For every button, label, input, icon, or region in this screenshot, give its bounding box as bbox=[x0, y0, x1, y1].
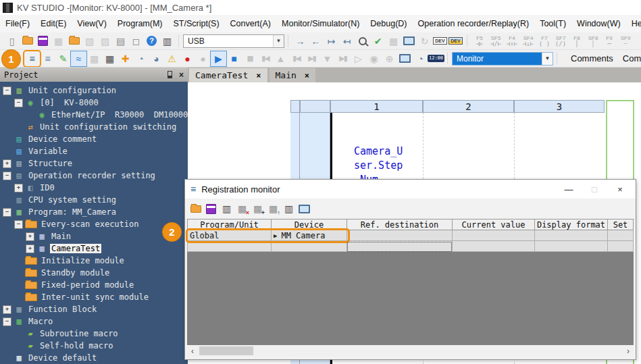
tree-item[interactable]: ▰ Self-hold macro bbox=[0, 340, 188, 352]
expander-icon[interactable]: + bbox=[14, 184, 23, 192]
device-assign-icon[interactable]: ▥ bbox=[281, 201, 297, 216]
save-project-icon[interactable] bbox=[35, 34, 51, 49]
fkey-button[interactable]: F8│ bbox=[569, 35, 585, 47]
expander-icon[interactable]: − bbox=[3, 86, 11, 95]
tree-item[interactable]: − ◉ [0] KV-8000 bbox=[0, 97, 188, 109]
tree-item[interactable]: ▤ Device comment bbox=[0, 133, 188, 145]
help-icon[interactable]: ? bbox=[144, 34, 159, 49]
tree-item[interactable]: ◉ EtherNet/IP R30000 DM10000 bbox=[0, 109, 188, 121]
expander-icon[interactable]: + bbox=[26, 244, 34, 253]
batch-register-icon[interactable]: ▥ bbox=[219, 201, 234, 216]
batch-monitor-icon[interactable]: ≡ bbox=[40, 51, 55, 66]
print-preview-icon[interactable]: ◻ bbox=[128, 34, 144, 49]
menu-item[interactable]: Operation recorder/Replay(R) bbox=[413, 19, 535, 28]
sync-transfer-icon[interactable]: ↻ bbox=[417, 34, 432, 49]
column-header[interactable]: Current value bbox=[453, 219, 535, 230]
record-icon[interactable]: ● bbox=[180, 51, 195, 66]
plc-transfer-icon[interactable]: ▥ bbox=[159, 34, 175, 49]
editor-tab[interactable]: CameraTest × bbox=[189, 68, 267, 82]
open-registration-icon[interactable] bbox=[188, 201, 203, 216]
transfer-to-plc-icon[interactable]: → bbox=[292, 34, 308, 49]
expander-icon[interactable]: − bbox=[14, 99, 23, 107]
tree-item[interactable]: − ▤ Operation recorder setting bbox=[0, 170, 188, 182]
open-project-icon[interactable] bbox=[20, 34, 35, 49]
tree-item[interactable]: + ◧ ID0 bbox=[0, 182, 188, 194]
tree-item[interactable]: Fixed-period module bbox=[0, 279, 188, 291]
delete-program-icon[interactable]: ▨ bbox=[97, 34, 113, 49]
menu-item[interactable]: File(F) bbox=[0, 19, 35, 28]
display-format-cell[interactable] bbox=[535, 241, 608, 252]
tree-item[interactable]: Initialize module bbox=[0, 255, 188, 267]
monitor-login-icon[interactable]: ↦ bbox=[324, 34, 339, 49]
fkey-button[interactable]: F4⊣↑⊢ bbox=[504, 35, 520, 47]
expander-icon[interactable]: − bbox=[3, 317, 11, 326]
device-cell[interactable] bbox=[272, 241, 347, 252]
column-header[interactable]: Program/Unit bbox=[187, 219, 272, 230]
fkey-button[interactable]: SF5⊣/⊢ bbox=[488, 35, 504, 47]
fkey-button[interactable]: SF7(/) bbox=[553, 35, 569, 47]
verify-program-icon[interactable]: ✔ bbox=[370, 34, 386, 49]
ref-destination-cell[interactable] bbox=[347, 241, 453, 252]
fkey-button[interactable]: SF8┆ bbox=[585, 35, 601, 47]
menu-item[interactable]: Tool(T) bbox=[534, 19, 571, 28]
registration-monitor-icon[interactable]: ≡ bbox=[24, 51, 40, 66]
column-header[interactable]: Device bbox=[272, 219, 347, 230]
pause-icon[interactable]: ▮▮ bbox=[242, 51, 257, 66]
save-registration-icon[interactable] bbox=[203, 201, 219, 216]
unit-monitor-icon[interactable]: ▦ bbox=[102, 51, 118, 66]
expander-icon[interactable]: + bbox=[3, 305, 11, 314]
jump-icon[interactable]: ◉ bbox=[366, 51, 382, 66]
display-monitor-icon[interactable] bbox=[397, 51, 413, 66]
menu-item[interactable]: Debug(D) bbox=[365, 19, 412, 28]
tree-item[interactable]: − ▥ Unit configuration bbox=[0, 84, 188, 97]
maximize-button[interactable]: □ bbox=[584, 184, 605, 194]
replay-setting-icon[interactable]: ◕ bbox=[149, 51, 164, 66]
pin-icon[interactable] bbox=[168, 71, 172, 78]
current-value-cell[interactable] bbox=[453, 230, 535, 241]
set-cell[interactable] bbox=[608, 230, 634, 241]
tree-item[interactable]: − ▦ Program: MM_Camera bbox=[0, 206, 188, 218]
scroll-right-icon[interactable]: › bbox=[623, 346, 634, 356]
comments-label[interactable]: Comments bbox=[571, 53, 613, 63]
simulator-icon[interactable]: ▦ bbox=[386, 34, 401, 49]
chevron-down-icon[interactable]: ▼ bbox=[542, 53, 553, 65]
chevron-down-icon[interactable]: ▼ bbox=[273, 35, 284, 47]
display-format-cell[interactable] bbox=[535, 230, 608, 241]
expander-icon[interactable]: + bbox=[26, 232, 34, 241]
menu-item[interactable]: Convert(A) bbox=[225, 19, 276, 28]
reload-project-icon[interactable] bbox=[66, 34, 82, 49]
find-ladder-icon[interactable] bbox=[355, 34, 370, 49]
replay-play-icon[interactable]: ▶ bbox=[211, 51, 226, 66]
touch-operation-icon[interactable]: ✚ bbox=[118, 51, 133, 66]
tab-close-icon[interactable]: × bbox=[305, 71, 309, 80]
realtime-chart-icon[interactable]: ≈ bbox=[71, 51, 86, 66]
menu-item[interactable]: Program(M) bbox=[112, 19, 168, 28]
tree-item[interactable]: − Every-scan execution bbox=[0, 218, 188, 230]
tree-item[interactable]: Standby module bbox=[0, 267, 188, 279]
step-down-icon[interactable]: ▼ bbox=[319, 51, 335, 66]
pc-monitor-icon[interactable] bbox=[401, 34, 417, 49]
protect-icon[interactable]: ▧ bbox=[82, 34, 97, 49]
operation-recorder-icon[interactable]: ◔ bbox=[133, 51, 149, 66]
minimize-button[interactable]: — bbox=[559, 184, 579, 194]
stopwatch-icon[interactable]: ◔ bbox=[413, 51, 428, 66]
tree-item[interactable]: + ▦ Main bbox=[0, 230, 188, 242]
connection-select[interactable]: USB ▼ bbox=[183, 34, 284, 48]
tree-item[interactable]: ▦ Device default bbox=[0, 352, 188, 364]
skip-last-icon[interactable]: ▶▮ bbox=[335, 51, 351, 66]
monitor-logout-icon[interactable]: ↤ bbox=[339, 34, 355, 49]
comment-select-partial[interactable]: Comm bbox=[623, 53, 641, 63]
menu-item[interactable]: View(V) bbox=[72, 19, 112, 28]
insert-row-icon[interactable]: ▦+ bbox=[250, 201, 265, 216]
menu-item[interactable]: ST/Script(S) bbox=[168, 19, 225, 28]
menu-item[interactable]: Edit(E) bbox=[35, 19, 72, 28]
fkey-button[interactable]: F7( ) bbox=[536, 35, 553, 47]
clock-badge-icon[interactable]: 12:00 bbox=[428, 51, 444, 66]
tree-item[interactable]: + ▦ CameraTest bbox=[0, 242, 188, 255]
new-file-icon[interactable]: ▯ bbox=[4, 34, 20, 49]
save-as-icon[interactable]: ▦ bbox=[51, 34, 66, 49]
menu-item[interactable]: Help(H) bbox=[626, 19, 641, 28]
edit-mode-icon[interactable]: ✎ bbox=[55, 51, 71, 66]
tree-item[interactable]: ▤ Variable bbox=[0, 145, 188, 157]
program-unit-cell[interactable]: Global bbox=[187, 230, 272, 241]
